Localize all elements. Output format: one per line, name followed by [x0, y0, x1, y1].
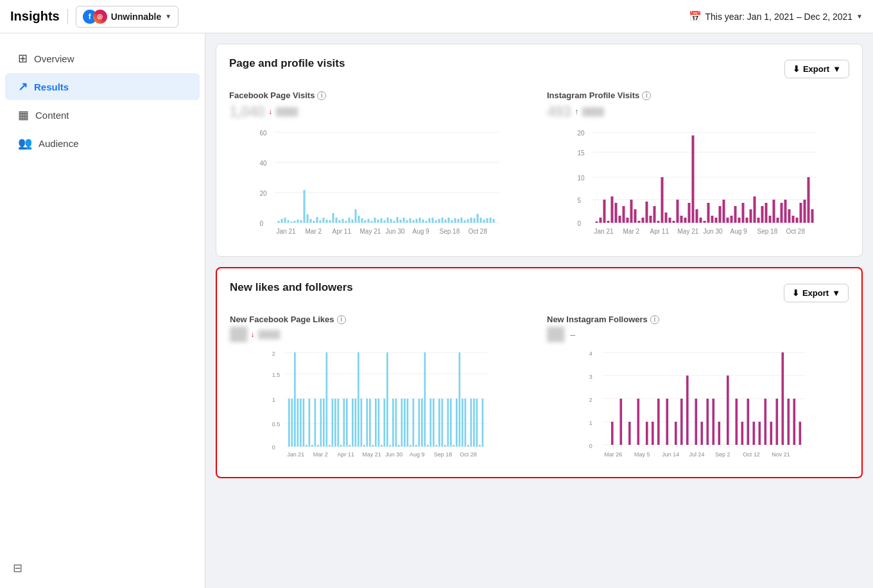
svg-rect-169 — [288, 399, 290, 447]
svg-rect-27 — [339, 220, 341, 223]
svg-rect-171 — [294, 352, 296, 447]
svg-text:0: 0 — [272, 444, 275, 451]
svg-rect-122 — [704, 221, 706, 223]
svg-rect-172 — [297, 399, 299, 447]
svg-rect-265 — [686, 376, 689, 445]
sidebar-expand[interactable]: ⊟ — [13, 561, 22, 575]
page-visits-title: Page and profile visits — [229, 57, 345, 70]
main-content: Page and profile visits ⬇ Export ▼ Faceb… — [205, 33, 873, 588]
page-visits-header: Page and profile visits ⬇ Export ▼ — [229, 57, 849, 80]
svg-rect-273 — [741, 422, 744, 445]
svg-rect-227 — [456, 399, 458, 447]
svg-text:0.5: 0.5 — [272, 421, 281, 428]
svg-rect-64 — [458, 219, 460, 223]
sidebar-item-audience[interactable]: 👥 Audience — [5, 130, 200, 157]
page-visits-export-button[interactable]: ⬇ Export ▼ — [784, 60, 849, 78]
ig-profile-visits-section: Instagram Profile Visits i 493 ↑ ████ 20… — [547, 91, 849, 243]
svg-rect-180 — [320, 399, 322, 447]
sidebar-item-results[interactable]: ↗ Results — [5, 73, 200, 100]
svg-text:60: 60 — [260, 130, 268, 137]
svg-rect-74 — [490, 218, 492, 223]
svg-text:Oct 28: Oct 28 — [786, 228, 806, 235]
svg-rect-40 — [381, 218, 383, 223]
header: Insights f ◎ Unwinnable ▼ 📅 This year: J… — [0, 0, 873, 33]
svg-text:Jun 14: Jun 14 — [662, 451, 679, 458]
chevron-down-icon: ▼ — [165, 13, 171, 20]
svg-rect-173 — [300, 399, 302, 447]
svg-rect-109 — [653, 206, 656, 223]
overview-icon: ⊞ — [18, 51, 28, 65]
svg-rect-72 — [483, 220, 485, 223]
svg-text:20: 20 — [578, 130, 585, 137]
ig-visits-value: 493 — [547, 103, 571, 121]
svg-rect-56 — [432, 218, 434, 223]
likes-followers-card: New likes and followers ⬇ Export ▼ New F… — [216, 267, 863, 478]
svg-text:Apr 11: Apr 11 — [338, 451, 355, 458]
svg-rect-177 — [311, 445, 313, 447]
svg-rect-271 — [727, 376, 729, 445]
svg-text:1: 1 — [272, 397, 275, 403]
svg-rect-210 — [407, 399, 409, 447]
svg-rect-29 — [345, 221, 347, 223]
svg-rect-201 — [381, 445, 383, 447]
svg-rect-205 — [392, 399, 394, 447]
svg-rect-197 — [369, 399, 371, 447]
svg-text:Jun 30: Jun 30 — [386, 228, 405, 235]
fb-visits-info-icon[interactable]: i — [317, 91, 326, 100]
fb-visits-value: 1,040 — [229, 103, 264, 121]
svg-rect-188 — [343, 399, 345, 447]
svg-rect-146 — [796, 218, 799, 223]
svg-rect-124 — [711, 216, 714, 223]
svg-rect-18 — [310, 219, 312, 223]
svg-rect-9 — [281, 219, 283, 223]
svg-rect-108 — [650, 216, 652, 223]
svg-rect-207 — [398, 445, 400, 447]
svg-rect-272 — [736, 399, 738, 445]
svg-rect-35 — [365, 220, 367, 223]
svg-rect-120 — [696, 209, 698, 223]
svg-text:2: 2 — [589, 397, 592, 403]
svg-rect-182 — [326, 352, 328, 447]
svg-rect-279 — [776, 399, 779, 445]
expand-icon: ⊟ — [13, 562, 22, 575]
svg-rect-36 — [368, 219, 370, 223]
likes-followers-export-button[interactable]: ⬇ Export ▼ — [784, 284, 849, 302]
ig-followers-info-icon[interactable]: i — [650, 315, 659, 324]
svg-rect-73 — [487, 218, 488, 223]
svg-rect-118 — [688, 203, 691, 223]
svg-text:Aug 9: Aug 9 — [730, 228, 748, 235]
svg-rect-141 — [777, 218, 779, 223]
svg-rect-257 — [628, 422, 631, 445]
fb-visits-metric: 1,040 ↓ ████ — [229, 103, 532, 121]
svg-text:May 21: May 21 — [360, 228, 381, 235]
page-visits-card: Page and profile visits ⬇ Export ▼ Faceb… — [216, 44, 863, 257]
svg-rect-211 — [410, 445, 411, 447]
svg-rect-8 — [278, 221, 280, 223]
ig-visits-info-icon[interactable]: i — [642, 91, 651, 100]
sidebar-item-overview[interactable]: ⊞ Overview — [5, 45, 200, 72]
page-visits-charts: Facebook Page Visits i 1,040 ↓ ████ 60 4… — [229, 91, 849, 243]
account-selector[interactable]: f ◎ Unwinnable ▼ — [76, 6, 178, 28]
svg-rect-233 — [473, 399, 475, 447]
svg-rect-53 — [422, 220, 424, 223]
date-range-selector[interactable]: 📅 This year: Jan 1, 2021 – Dec 2, 2021 ▼ — [689, 10, 863, 22]
ig-followers-metric: ██ – — [547, 327, 849, 342]
sidebar-item-content[interactable]: ▦ Content — [5, 101, 200, 128]
svg-rect-126 — [719, 206, 722, 223]
svg-rect-131 — [738, 218, 741, 223]
svg-rect-184 — [332, 399, 334, 447]
svg-rect-17 — [307, 214, 309, 223]
svg-rect-37 — [371, 221, 373, 223]
account-name: Unwinnable — [111, 12, 162, 22]
svg-text:4: 4 — [589, 350, 592, 357]
svg-rect-114 — [673, 221, 675, 223]
svg-rect-117 — [684, 218, 687, 223]
fb-likes-section: New Facebook Page Likes i ██ ↓ ████ 2 1.… — [230, 315, 532, 464]
fb-likes-info-icon[interactable]: i — [337, 315, 346, 324]
svg-rect-259 — [646, 422, 648, 445]
svg-rect-186 — [338, 399, 340, 447]
svg-rect-225 — [450, 399, 452, 447]
fb-likes-chart: 2 1.5 1 0.5 0 — [230, 347, 532, 464]
svg-rect-176 — [309, 399, 311, 447]
export2-chevron-icon: ▼ — [832, 288, 840, 298]
